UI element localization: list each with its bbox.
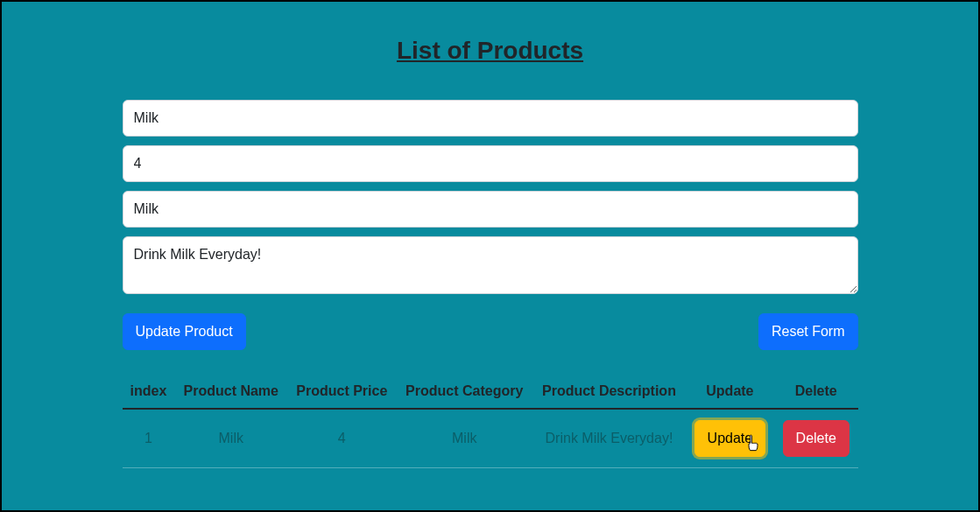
product-name-input[interactable] [123,100,858,137]
col-product-name: Product Name [174,375,287,409]
product-description-input[interactable]: Drink Milk Everyday! [123,236,858,294]
update-product-button[interactable]: Update Product [123,313,246,350]
col-product-category: Product Category [396,375,532,409]
cell-description: Drink Milk Everyday! [532,409,686,468]
page-title: List of Products [123,37,858,65]
col-product-description: Product Description [532,375,686,409]
cell-category: Milk [396,409,532,468]
reset-form-button[interactable]: Reset Form [758,313,858,350]
product-price-input[interactable] [123,145,858,182]
row-update-button[interactable]: Update [694,420,766,457]
cell-delete: Delete [774,409,858,468]
table-row: 1 Milk 4 Milk Drink Milk Everyday! Updat… [123,409,858,468]
cell-price: 4 [287,409,396,468]
col-index: index [123,375,175,409]
products-table: index Product Name Product Price Product… [123,375,858,468]
cell-update: Update [686,409,774,468]
cell-index: 1 [123,409,175,468]
col-product-price: Product Price [287,375,396,409]
product-category-input[interactable] [123,191,858,228]
cell-name: Milk [174,409,287,468]
col-delete: Delete [774,375,858,409]
row-delete-button[interactable]: Delete [783,420,850,457]
table-header-row: index Product Name Product Price Product… [123,375,858,409]
col-update: Update [686,375,774,409]
